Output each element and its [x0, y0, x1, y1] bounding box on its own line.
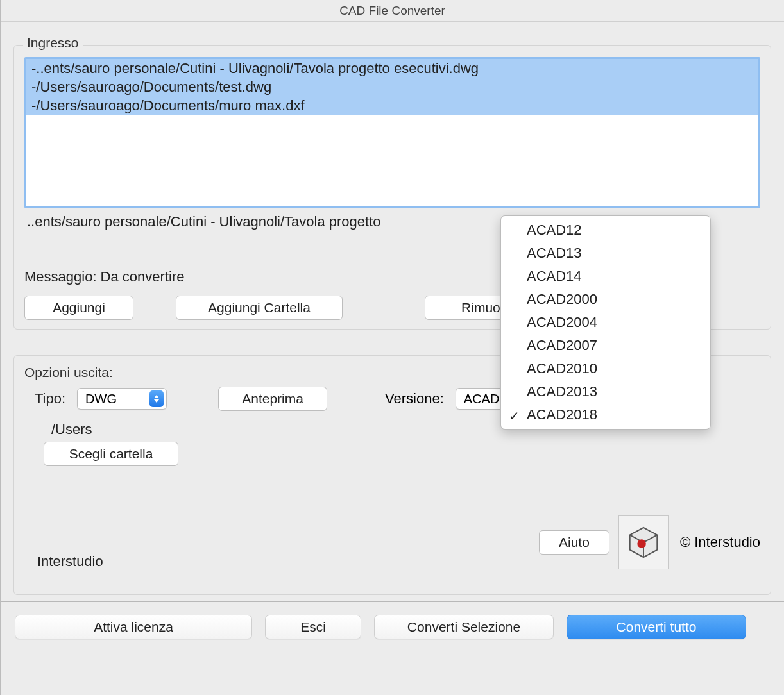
version-label: Versione:: [385, 390, 444, 407]
dropdown-item-acad2018[interactable]: ✓ ACAD2018: [501, 403, 710, 426]
add-button[interactable]: Aggiungi: [24, 296, 133, 320]
dropdown-item-acad13[interactable]: ACAD13: [501, 242, 710, 265]
list-item[interactable]: -/Users/sauroago/Documents/test.dwg: [26, 78, 758, 96]
type-label: Tipo:: [35, 390, 65, 407]
dropdown-item-acad2004[interactable]: ACAD2004: [501, 311, 710, 334]
titlebar: CAD File Converter: [1, 0, 784, 22]
chevron-updown-icon: [149, 390, 164, 407]
vendor-label: Interstudio: [37, 553, 103, 570]
dropdown-item-acad2000[interactable]: ACAD2000: [501, 288, 710, 311]
convert-selection-button[interactable]: Converti Selezione: [374, 615, 554, 639]
folder-stack: /Users Scegli cartella: [44, 425, 178, 466]
version-dropdown-menu[interactable]: ACAD12 ACAD13 ACAD14 ACAD2000 ACAD2004 A…: [500, 215, 711, 430]
copyright-label: © Interstudio: [680, 534, 760, 551]
bottom-bar: Attiva licenza Esci Converti Selezione C…: [1, 601, 784, 639]
options-row-2: /Users Scegli cartella: [24, 425, 760, 466]
file-list[interactable]: -..ents/sauro personale/Cutini - Ulivagn…: [24, 57, 760, 208]
check-icon: ✓: [509, 407, 520, 425]
file-list-inner: -..ents/sauro personale/Cutini - Ulivagn…: [26, 59, 758, 115]
exit-button[interactable]: Esci: [265, 615, 361, 639]
logo-icon: [618, 515, 669, 569]
list-item[interactable]: -..ents/sauro personale/Cutini - Ulivagn…: [26, 59, 758, 78]
dropdown-item-acad12[interactable]: ACAD12: [501, 219, 710, 242]
dropdown-item-acad14[interactable]: ACAD14: [501, 265, 710, 288]
add-folder-button[interactable]: Aggiungi Cartella: [176, 296, 343, 320]
window-title: CAD File Converter: [339, 4, 445, 18]
choose-folder-button[interactable]: Scegli cartella: [44, 442, 178, 466]
dropdown-item-acad2010[interactable]: ACAD2010: [501, 357, 710, 380]
help-button[interactable]: Aiuto: [539, 530, 609, 555]
type-select[interactable]: DWG: [77, 388, 167, 410]
convert-all-button[interactable]: Converti tutto: [567, 615, 746, 639]
activate-license-button[interactable]: Attiva licenza: [15, 615, 252, 639]
svg-point-2: [637, 539, 646, 548]
type-select-value: DWG: [85, 392, 117, 406]
dropdown-item-acad2013[interactable]: ACAD2013: [501, 380, 710, 403]
ingresso-label: Ingresso: [23, 35, 83, 51]
list-item[interactable]: -/Users/sauroago/Documents/muro max.dxf: [26, 96, 758, 115]
footer-row: Interstudio Aiuto © Interstudio: [24, 515, 760, 575]
preview-button[interactable]: Anteprima: [218, 387, 327, 411]
folder-path: /Users: [51, 421, 92, 438]
dropdown-item-label: ACAD2018: [527, 406, 597, 423]
app-window: CAD File Converter Ingresso -..ents/saur…: [0, 0, 784, 695]
dropdown-item-acad2007[interactable]: ACAD2007: [501, 334, 710, 357]
